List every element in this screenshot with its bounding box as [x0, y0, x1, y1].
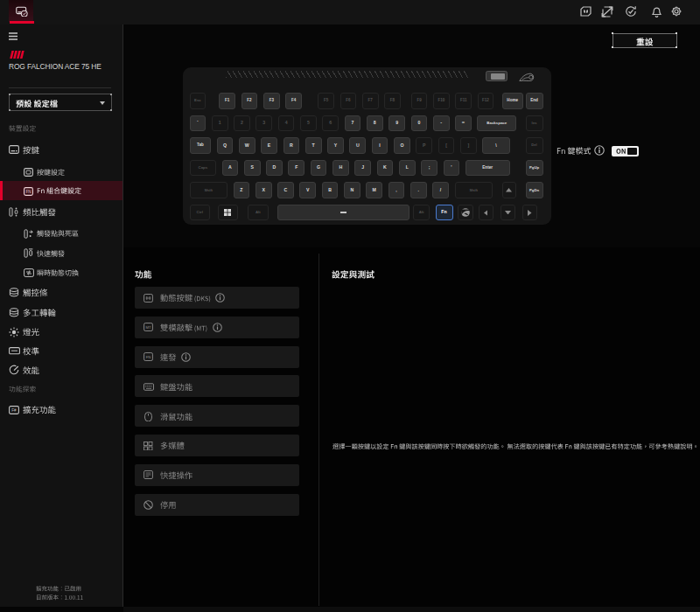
- svg-text:FN: FN: [26, 190, 32, 194]
- svg-text:FN: FN: [146, 355, 151, 359]
- svg-text:MT: MT: [145, 325, 150, 330]
- svg-text:F#: F#: [11, 407, 17, 412]
